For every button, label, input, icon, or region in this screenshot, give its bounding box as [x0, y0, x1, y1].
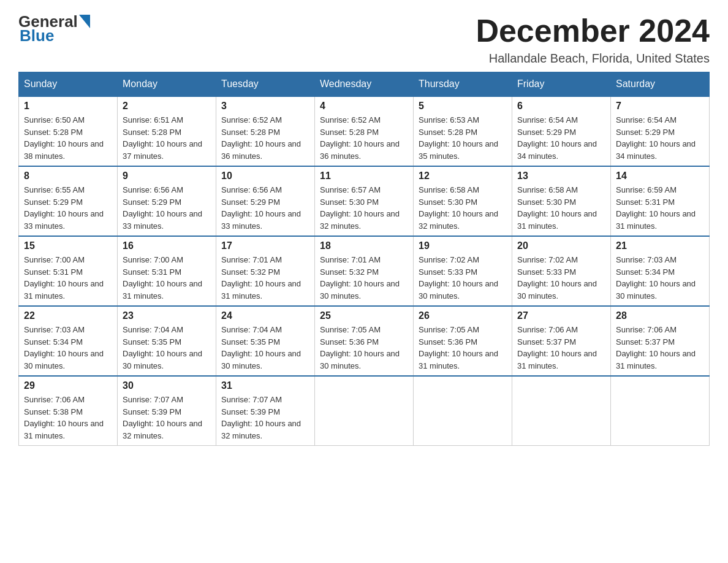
calendar-week-row: 29 Sunrise: 7:06 AMSunset: 5:38 PMDaylig…	[19, 376, 710, 446]
svg-marker-0	[79, 15, 90, 28]
day-info: Sunrise: 6:51 AMSunset: 5:28 PMDaylight:…	[123, 115, 202, 161]
day-info: Sunrise: 7:02 AMSunset: 5:33 PMDaylight:…	[517, 255, 597, 301]
calendar-cell: 26 Sunrise: 7:05 AMSunset: 5:36 PMDaylig…	[414, 306, 512, 376]
day-info: Sunrise: 6:56 AMSunset: 5:29 PMDaylight:…	[123, 185, 202, 231]
calendar-week-row: 1 Sunrise: 6:50 AMSunset: 5:28 PMDayligh…	[19, 96, 710, 166]
calendar-cell: 12 Sunrise: 6:58 AMSunset: 5:30 PMDaylig…	[414, 166, 512, 236]
day-number: 6	[517, 101, 605, 112]
day-info: Sunrise: 6:50 AMSunset: 5:28 PMDaylight:…	[24, 115, 104, 161]
day-number: 27	[517, 310, 605, 321]
day-number: 7	[616, 101, 704, 112]
calendar-header-wednesday: Wednesday	[315, 72, 414, 97]
calendar-cell: 18 Sunrise: 7:01 AMSunset: 5:32 PMDaylig…	[315, 236, 414, 306]
day-info: Sunrise: 6:52 AMSunset: 5:28 PMDaylight:…	[221, 115, 301, 161]
day-number: 15	[24, 240, 112, 251]
day-info: Sunrise: 7:07 AMSunset: 5:39 PMDaylight:…	[123, 395, 202, 440]
logo-blue-text: Blue	[20, 26, 54, 45]
calendar-cell: 8 Sunrise: 6:55 AMSunset: 5:29 PMDayligh…	[19, 166, 118, 236]
day-info: Sunrise: 7:05 AMSunset: 5:36 PMDaylight:…	[320, 325, 400, 370]
calendar-cell: 17 Sunrise: 7:01 AMSunset: 5:32 PMDaylig…	[216, 236, 315, 306]
calendar-cell: 24 Sunrise: 7:04 AMSunset: 5:35 PMDaylig…	[216, 306, 315, 376]
day-info: Sunrise: 7:06 AMSunset: 5:37 PMDaylight:…	[616, 325, 696, 370]
day-number: 10	[221, 170, 309, 182]
calendar-week-row: 8 Sunrise: 6:55 AMSunset: 5:29 PMDayligh…	[19, 166, 710, 236]
calendar-cell: 14 Sunrise: 6:59 AMSunset: 5:31 PMDaylig…	[611, 166, 710, 236]
calendar-cell: 31 Sunrise: 7:07 AMSunset: 5:39 PMDaylig…	[216, 376, 315, 446]
calendar-cell: 30 Sunrise: 7:07 AMSunset: 5:39 PMDaylig…	[118, 376, 216, 446]
day-number: 28	[616, 310, 704, 321]
day-info: Sunrise: 7:04 AMSunset: 5:35 PMDaylight:…	[123, 325, 202, 370]
calendar-table: SundayMondayTuesdayWednesdayThursdayFrid…	[18, 72, 710, 446]
calendar-cell: 29 Sunrise: 7:06 AMSunset: 5:38 PMDaylig…	[19, 376, 118, 446]
day-info: Sunrise: 7:04 AMSunset: 5:35 PMDaylight:…	[221, 325, 301, 370]
day-info: Sunrise: 6:58 AMSunset: 5:30 PMDaylight:…	[517, 185, 597, 231]
title-section: December 2024 Hallandale Beach, Florida,…	[476, 12, 710, 66]
day-number: 25	[320, 310, 408, 321]
day-info: Sunrise: 6:52 AMSunset: 5:28 PMDaylight:…	[320, 115, 400, 161]
calendar-cell: 19 Sunrise: 7:02 AMSunset: 5:33 PMDaylig…	[414, 236, 512, 306]
day-number: 16	[123, 240, 211, 251]
calendar-cell: 4 Sunrise: 6:52 AMSunset: 5:28 PMDayligh…	[315, 96, 414, 166]
day-number: 24	[221, 310, 309, 321]
day-number: 8	[24, 170, 112, 182]
day-number: 20	[517, 240, 605, 251]
day-number: 3	[221, 101, 309, 112]
day-info: Sunrise: 7:01 AMSunset: 5:32 PMDaylight:…	[320, 255, 400, 301]
day-number: 9	[123, 170, 211, 182]
day-number: 14	[616, 170, 704, 182]
calendar-cell: 10 Sunrise: 6:56 AMSunset: 5:29 PMDaylig…	[216, 166, 315, 236]
logo: General Blue	[18, 12, 90, 45]
day-info: Sunrise: 6:54 AMSunset: 5:29 PMDaylight:…	[517, 115, 597, 161]
day-info: Sunrise: 7:00 AMSunset: 5:31 PMDaylight:…	[24, 255, 104, 301]
day-info: Sunrise: 7:01 AMSunset: 5:32 PMDaylight:…	[221, 255, 301, 301]
location-title: Hallandale Beach, Florida, United States	[476, 52, 710, 66]
day-info: Sunrise: 7:06 AMSunset: 5:37 PMDaylight:…	[517, 325, 597, 370]
day-info: Sunrise: 7:03 AMSunset: 5:34 PMDaylight:…	[24, 325, 104, 370]
day-info: Sunrise: 6:59 AMSunset: 5:31 PMDaylight:…	[616, 185, 696, 231]
calendar-cell: 25 Sunrise: 7:05 AMSunset: 5:36 PMDaylig…	[315, 306, 414, 376]
calendar-cell: 6 Sunrise: 6:54 AMSunset: 5:29 PMDayligh…	[512, 96, 611, 166]
calendar-header-sunday: Sunday	[19, 72, 118, 97]
calendar-body: 1 Sunrise: 6:50 AMSunset: 5:28 PMDayligh…	[19, 96, 710, 446]
calendar-cell: 5 Sunrise: 6:53 AMSunset: 5:28 PMDayligh…	[414, 96, 512, 166]
day-number: 1	[24, 101, 112, 112]
month-title: December 2024	[476, 12, 710, 49]
calendar-cell: 28 Sunrise: 7:06 AMSunset: 5:37 PMDaylig…	[611, 306, 710, 376]
calendar-cell: 16 Sunrise: 7:00 AMSunset: 5:31 PMDaylig…	[118, 236, 216, 306]
calendar-cell: 15 Sunrise: 7:00 AMSunset: 5:31 PMDaylig…	[19, 236, 118, 306]
day-number: 30	[123, 380, 211, 391]
day-info: Sunrise: 6:56 AMSunset: 5:29 PMDaylight:…	[221, 185, 301, 231]
calendar-cell	[611, 376, 710, 446]
day-number: 26	[419, 310, 507, 321]
calendar-header-thursday: Thursday	[414, 72, 512, 97]
day-info: Sunrise: 6:58 AMSunset: 5:30 PMDaylight:…	[419, 185, 498, 231]
day-info: Sunrise: 6:54 AMSunset: 5:29 PMDaylight:…	[616, 115, 696, 161]
logo-arrow-icon	[79, 15, 90, 28]
day-info: Sunrise: 7:00 AMSunset: 5:31 PMDaylight:…	[123, 255, 202, 301]
calendar-cell	[512, 376, 611, 446]
calendar-header-tuesday: Tuesday	[216, 72, 315, 97]
calendar-cell: 11 Sunrise: 6:57 AMSunset: 5:30 PMDaylig…	[315, 166, 414, 236]
calendar-header-saturday: Saturday	[611, 72, 710, 97]
calendar-cell: 21 Sunrise: 7:03 AMSunset: 5:34 PMDaylig…	[611, 236, 710, 306]
page-header: General Blue December 2024 Hallandale Be…	[18, 12, 710, 66]
day-number: 17	[221, 240, 309, 251]
calendar-cell: 9 Sunrise: 6:56 AMSunset: 5:29 PMDayligh…	[118, 166, 216, 236]
calendar-cell	[414, 376, 512, 446]
calendar-cell: 20 Sunrise: 7:02 AMSunset: 5:33 PMDaylig…	[512, 236, 611, 306]
calendar-header-row: SundayMondayTuesdayWednesdayThursdayFrid…	[19, 72, 710, 97]
day-number: 22	[24, 310, 112, 321]
calendar-cell: 22 Sunrise: 7:03 AMSunset: 5:34 PMDaylig…	[19, 306, 118, 376]
calendar-cell: 2 Sunrise: 6:51 AMSunset: 5:28 PMDayligh…	[118, 96, 216, 166]
day-info: Sunrise: 6:57 AMSunset: 5:30 PMDaylight:…	[320, 185, 400, 231]
calendar-cell	[315, 376, 414, 446]
day-info: Sunrise: 7:06 AMSunset: 5:38 PMDaylight:…	[24, 395, 104, 440]
calendar-cell: 7 Sunrise: 6:54 AMSunset: 5:29 PMDayligh…	[611, 96, 710, 166]
calendar-cell: 1 Sunrise: 6:50 AMSunset: 5:28 PMDayligh…	[19, 96, 118, 166]
day-number: 2	[123, 101, 211, 112]
day-info: Sunrise: 6:55 AMSunset: 5:29 PMDaylight:…	[24, 185, 104, 231]
calendar-cell: 3 Sunrise: 6:52 AMSunset: 5:28 PMDayligh…	[216, 96, 315, 166]
day-number: 31	[221, 380, 309, 391]
day-number: 19	[419, 240, 507, 251]
day-info: Sunrise: 6:53 AMSunset: 5:28 PMDaylight:…	[419, 115, 498, 161]
